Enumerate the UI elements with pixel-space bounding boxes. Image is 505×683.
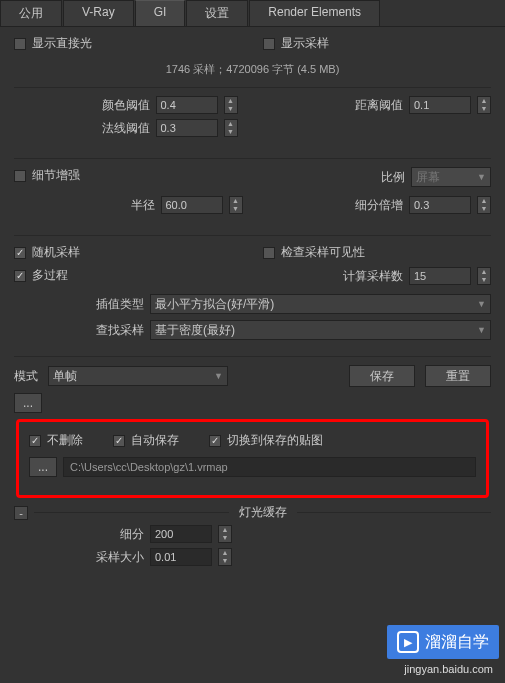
show-direct-light-checkbox[interactable] bbox=[14, 38, 26, 50]
lookup-select[interactable]: 基于密度(最好)▼ bbox=[150, 320, 491, 340]
sample-size-input[interactable] bbox=[150, 548, 212, 566]
tab-gi[interactable]: GI bbox=[135, 0, 186, 26]
color-threshold-label: 颜色阈值 bbox=[102, 97, 150, 114]
chevron-down-icon: ▼ bbox=[214, 371, 223, 381]
tab-settings[interactable]: 设置 bbox=[186, 0, 248, 26]
radius-input[interactable] bbox=[161, 196, 223, 214]
scale-select[interactable]: 屏幕▼ bbox=[411, 167, 491, 187]
watermark: ▶ 溜溜自学 bbox=[387, 625, 499, 659]
switch-saved-checkbox[interactable] bbox=[209, 435, 221, 447]
calc-samples-spinner[interactable]: ▲▼ bbox=[477, 267, 491, 285]
radius-spinner[interactable]: ▲▼ bbox=[229, 196, 243, 214]
switch-saved-label: 切换到保存的贴图 bbox=[227, 432, 323, 449]
tab-common[interactable]: 公用 bbox=[0, 0, 62, 26]
mode-select[interactable]: 单帧▼ bbox=[48, 366, 228, 386]
color-threshold-input[interactable] bbox=[156, 96, 218, 114]
normal-threshold-spinner[interactable]: ▲▼ bbox=[224, 119, 238, 137]
detail-enhance-checkbox[interactable] bbox=[14, 170, 26, 182]
gi-panel: 显示直接光 显示采样 1746 采样；4720096 字节 (4.5 MB) 颜… bbox=[0, 27, 505, 575]
lookup-label: 查找采样 bbox=[14, 322, 144, 339]
show-samples-checkbox[interactable] bbox=[263, 38, 275, 50]
dont-delete-checkbox[interactable] bbox=[29, 435, 41, 447]
distance-threshold-input[interactable] bbox=[409, 96, 471, 114]
random-sampling-checkbox[interactable] bbox=[14, 247, 26, 259]
show-samples-label: 显示采样 bbox=[281, 35, 329, 52]
normal-threshold-input[interactable] bbox=[156, 119, 218, 137]
multipass-label: 多过程 bbox=[32, 267, 68, 284]
color-threshold-spinner[interactable]: ▲▼ bbox=[224, 96, 238, 114]
subdiv-label: 细分 bbox=[14, 526, 144, 543]
collapse-button[interactable]: - bbox=[14, 506, 28, 520]
chevron-down-icon: ▼ bbox=[477, 299, 486, 309]
dont-delete-label: 不删除 bbox=[47, 432, 83, 449]
random-sampling-label: 随机采样 bbox=[32, 244, 80, 261]
mode-label: 模式 bbox=[14, 368, 38, 385]
sample-size-spinner[interactable]: ▲▼ bbox=[218, 548, 232, 566]
highlight-box: 不删除 自动保存 切换到保存的贴图 ... bbox=[16, 419, 489, 498]
tab-bar: 公用 V-Ray GI 设置 Render Elements bbox=[0, 0, 505, 27]
subdiv-spinner[interactable]: ▲▼ bbox=[218, 525, 232, 543]
subdiv-input[interactable] bbox=[150, 525, 212, 543]
interp-type-label: 插值类型 bbox=[14, 296, 144, 313]
scale-label: 比例 bbox=[381, 169, 405, 186]
interp-type-select[interactable]: 最小平方拟合(好/平滑)▼ bbox=[150, 294, 491, 314]
reset-button[interactable]: 重置 bbox=[425, 365, 491, 387]
calc-samples-label: 计算采样数 bbox=[343, 268, 403, 285]
watermark-sub: jingyan.baidu.com bbox=[404, 663, 493, 675]
path-input[interactable] bbox=[63, 457, 476, 477]
play-icon: ▶ bbox=[397, 631, 419, 653]
sample-info-text: 1746 采样；4720096 字节 (4.5 MB) bbox=[14, 62, 491, 77]
multipass-checkbox[interactable] bbox=[14, 270, 26, 282]
browse-button-2[interactable]: ... bbox=[29, 457, 57, 477]
tab-vray[interactable]: V-Ray bbox=[63, 0, 134, 26]
check-sample-visibility-label: 检查采样可见性 bbox=[281, 244, 365, 261]
normal-threshold-label: 法线阈值 bbox=[102, 120, 150, 137]
detail-enhance-label: 细节增强 bbox=[32, 167, 80, 184]
calc-samples-input[interactable] bbox=[409, 267, 471, 285]
distance-threshold-spinner[interactable]: ▲▼ bbox=[477, 96, 491, 114]
auto-save-checkbox[interactable] bbox=[113, 435, 125, 447]
auto-save-label: 自动保存 bbox=[131, 432, 179, 449]
save-button[interactable]: 保存 bbox=[349, 365, 415, 387]
check-sample-visibility-checkbox[interactable] bbox=[263, 247, 275, 259]
sample-size-label: 采样大小 bbox=[14, 549, 144, 566]
subdiv-mult-input[interactable] bbox=[409, 196, 471, 214]
light-cache-title: 灯光缓存 bbox=[229, 504, 297, 521]
distance-threshold-label: 距离阈值 bbox=[355, 97, 403, 114]
subdiv-mult-label: 细分倍增 bbox=[355, 197, 403, 214]
browse-button-1[interactable]: ... bbox=[14, 393, 42, 413]
chevron-down-icon: ▼ bbox=[477, 325, 486, 335]
show-direct-light-label: 显示直接光 bbox=[32, 35, 92, 52]
radius-label: 半径 bbox=[131, 197, 155, 214]
subdiv-mult-spinner[interactable]: ▲▼ bbox=[477, 196, 491, 214]
tab-render-elements[interactable]: Render Elements bbox=[249, 0, 380, 26]
chevron-down-icon: ▼ bbox=[477, 172, 486, 182]
